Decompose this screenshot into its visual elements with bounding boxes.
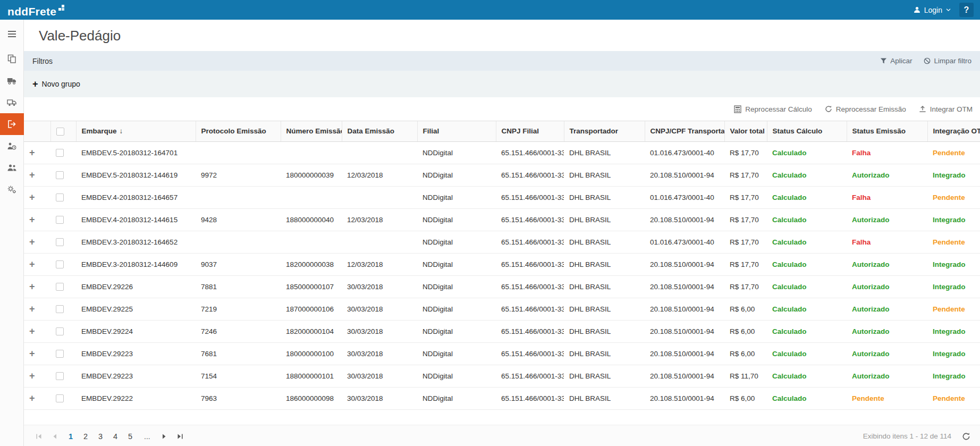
cell-cnpj_cpf_transportador: 01.016.473/0001-40 <box>645 186 724 208</box>
column-header-status_calculo[interactable]: Status Cálculo <box>767 121 847 141</box>
grid-header-row: Embarque↓Protocolo EmissãoNúmero Emissão… <box>24 121 980 141</box>
row-checkbox[interactable] <box>56 193 64 201</box>
driver-clock-icon <box>7 142 16 150</box>
items-count-status: Exibindo itens 1 - 12 de 114 <box>863 432 951 440</box>
page-button-4[interactable]: 4 <box>108 429 123 444</box>
refresh-grid-button[interactable] <box>962 432 970 441</box>
row-checkbox[interactable] <box>56 216 64 224</box>
cell-data_emissao: 30/03/2018 <box>342 320 417 342</box>
column-header-label: Status Emissão <box>852 127 906 135</box>
sidebar-item-users[interactable] <box>0 157 24 179</box>
sidebar-item-documents[interactable] <box>0 48 24 70</box>
row-checkbox[interactable] <box>56 372 64 380</box>
sidebar-menu-toggle[interactable] <box>0 23 24 45</box>
cell-valor_total: R$ 17,70 <box>724 231 767 253</box>
page-button-5[interactable]: 5 <box>123 429 138 444</box>
first-page-icon <box>35 433 43 440</box>
expand-row-button[interactable]: + <box>29 259 35 270</box>
new-group-button[interactable]: + Novo grupo <box>32 79 80 89</box>
column-header-cnpj_cpf_transportador[interactable]: CNPJ/CPF Transportador <box>645 121 724 141</box>
row-checkbox[interactable] <box>56 238 64 246</box>
column-header-data_emissao[interactable]: Data Emissão <box>342 121 417 141</box>
help-button[interactable]: ? <box>959 3 974 17</box>
cell-transportador: DHL BRASIL <box>564 342 645 365</box>
row-checkbox[interactable] <box>56 283 64 291</box>
column-header-transportador[interactable]: Transportador <box>564 121 645 141</box>
cell-transportador: DHL BRASIL <box>564 231 645 253</box>
next-page-button[interactable] <box>157 429 172 444</box>
page-button-1[interactable]: 1 <box>63 429 78 444</box>
cell-numero_emissao: 186000000098 <box>281 387 342 409</box>
brand-text: nddFrete <box>7 6 56 17</box>
page-button-3[interactable]: 3 <box>93 429 108 444</box>
cell-cnpj_cpf_transportador: 20.108.510/0001-94 <box>645 275 724 298</box>
column-header-integracao_otm[interactable]: Integração OTM <box>927 121 980 141</box>
data-grid-scroll-area[interactable]: Embarque↓Protocolo EmissãoNúmero Emissão… <box>24 121 980 418</box>
column-header-numero_emissao[interactable]: Número Emissão <box>281 121 342 141</box>
cell-embarque: EMBDEV.3-20180312-164652 <box>76 231 196 253</box>
first-page-button[interactable] <box>31 429 46 444</box>
cell-cnpj_filial: 65.151.466/0001-33 <box>496 387 564 409</box>
clear-filter-button[interactable]: Limpar filtro <box>924 57 971 65</box>
cell-data_emissao <box>342 231 417 253</box>
next-page-icon <box>160 433 168 440</box>
column-header-embarque[interactable]: Embarque↓ <box>76 121 196 141</box>
last-page-button[interactable] <box>173 429 188 444</box>
row-checkbox[interactable] <box>56 149 64 157</box>
pagination-ellipsis: ... <box>139 432 156 441</box>
table-row: +EMBDEV.29223768118000000010030/03/2018N… <box>24 342 980 365</box>
pagination: 12345 ... <box>31 429 188 444</box>
sidebar-item-freight[interactable] <box>0 70 24 91</box>
reprocess-emission-button[interactable]: Reprocessar Emissão <box>825 105 906 113</box>
row-checkbox[interactable] <box>56 260 64 268</box>
cell-filial: NDDigital <box>417 387 496 409</box>
cell-valor_total: R$ 17,70 <box>724 275 767 298</box>
expand-row-button[interactable]: + <box>29 348 35 359</box>
sort-direction-icon: ↓ <box>120 127 123 135</box>
column-header-valor_total[interactable]: Valor total <box>724 121 767 141</box>
apply-filter-button[interactable]: Aplicar <box>880 57 912 65</box>
expand-row-button[interactable]: + <box>29 214 35 225</box>
sidebar-item-delivery[interactable] <box>0 91 24 113</box>
table-row: +EMBDEV.5-20180312-164701NDDigital65.151… <box>24 141 980 164</box>
gears-icon <box>7 185 16 194</box>
sidebar-item-toll-voucher[interactable] <box>0 113 24 135</box>
page-button-2[interactable]: 2 <box>78 429 93 444</box>
column-header-cnpj_filial[interactable]: CNPJ Filial <box>496 121 564 141</box>
cell-embarque: EMBDEV.29226 <box>76 275 196 298</box>
login-menu[interactable]: Login <box>911 6 953 14</box>
row-checkbox[interactable] <box>56 350 64 358</box>
row-checkbox[interactable] <box>56 394 64 402</box>
cell-valor_total: R$ 6,00 <box>724 298 767 320</box>
row-checkbox[interactable] <box>56 305 64 313</box>
column-header-status_emissao[interactable]: Status Emissão <box>847 121 927 141</box>
select-all-checkbox[interactable] <box>56 128 64 136</box>
integrate-otm-button[interactable]: Integrar OTM <box>919 105 973 113</box>
expand-row-button[interactable]: + <box>29 237 35 247</box>
user-icon <box>914 6 920 13</box>
expand-row-button[interactable]: + <box>29 393 35 403</box>
expand-row-button[interactable]: + <box>29 371 35 381</box>
sidebar-item-settings[interactable] <box>0 179 24 200</box>
column-header-label: Embarque <box>82 127 117 135</box>
expand-row-button[interactable]: + <box>29 326 35 336</box>
login-label: Login <box>924 6 942 14</box>
app-logo[interactable]: nddFrete <box>7 3 66 17</box>
cell-integracao_otm: Pendente <box>927 387 980 409</box>
expand-row-button[interactable]: + <box>29 192 35 203</box>
expand-row-button[interactable]: + <box>29 147 35 158</box>
expand-row-button[interactable]: + <box>29 304 35 314</box>
reprocess-calculation-button[interactable]: Reprocessar Cálculo <box>734 105 812 113</box>
cell-integracao_otm: Integrado <box>927 208 980 231</box>
row-checkbox[interactable] <box>56 327 64 335</box>
previous-page-button[interactable] <box>47 429 62 444</box>
cell-cnpj_filial: 65.151.466/0001-33 <box>496 186 564 208</box>
cell-numero_emissao: 188000000040 <box>281 208 342 231</box>
column-header-filial[interactable]: Filial <box>417 121 496 141</box>
expand-row-button[interactable]: + <box>29 170 35 180</box>
sidebar-item-driver-history[interactable] <box>0 135 24 157</box>
expand-row-button[interactable]: + <box>29 281 35 292</box>
row-checkbox[interactable] <box>56 171 64 179</box>
column-header-protocolo_emissao[interactable]: Protocolo Emissão <box>196 121 281 141</box>
cell-cnpj_filial: 65.151.466/0001-33 <box>496 141 564 164</box>
